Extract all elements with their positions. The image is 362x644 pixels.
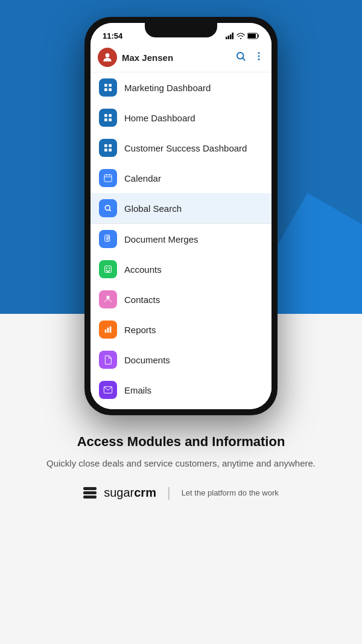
menu-item-accounts[interactable]: Accounts xyxy=(91,254,272,284)
svg-point-10 xyxy=(258,55,260,57)
svg-rect-37 xyxy=(109,267,110,269)
logo-tagline: Let the platform do the work xyxy=(182,488,279,497)
svg-rect-23 xyxy=(109,148,112,151)
search-icon xyxy=(99,199,117,217)
page-wrapper: 11:54 xyxy=(0,0,362,644)
svg-rect-44 xyxy=(110,327,112,333)
logo-row: sugarcrm | Let the platform do the work xyxy=(83,485,279,500)
document-icon xyxy=(99,230,117,248)
status-icons xyxy=(226,33,259,39)
logo-divider: | xyxy=(167,485,171,500)
status-time: 11:54 xyxy=(103,31,122,40)
menu-label-documents: Documents xyxy=(124,355,170,365)
more-icon[interactable] xyxy=(253,51,264,65)
svg-rect-24 xyxy=(104,175,112,182)
notch xyxy=(145,23,217,37)
mail-icon xyxy=(99,381,117,399)
menu-label-document-merges: Document Merges xyxy=(124,234,198,244)
svg-rect-12 xyxy=(104,84,107,87)
menu-item-reports[interactable]: Reports xyxy=(91,314,272,345)
menu-label-marketing-dashboard: Marketing Dashboard xyxy=(124,83,211,93)
menu-label-calendar: Calendar xyxy=(124,173,161,183)
menu-label-contacts: Contacts xyxy=(124,295,160,305)
svg-rect-15 xyxy=(109,88,112,91)
svg-rect-2 xyxy=(230,34,232,39)
menu-item-document-merges[interactable]: Document Merges xyxy=(91,223,272,254)
svg-rect-42 xyxy=(105,330,107,333)
user-name: Max Jensen xyxy=(122,53,235,63)
svg-rect-21 xyxy=(109,144,112,147)
sugarcrm-icon xyxy=(83,487,97,499)
svg-rect-38 xyxy=(106,270,107,271)
menu-item-documents[interactable]: Documents xyxy=(91,345,272,375)
svg-point-9 xyxy=(258,52,260,54)
chart-icon xyxy=(99,320,117,339)
svg-rect-17 xyxy=(109,114,112,117)
svg-rect-14 xyxy=(104,88,107,91)
svg-rect-43 xyxy=(107,328,109,333)
phone-screen: 11:54 xyxy=(91,23,272,409)
svg-rect-3 xyxy=(232,33,234,39)
grid-icon xyxy=(99,139,117,157)
wifi-icon xyxy=(237,33,245,39)
menu-item-contacts[interactable]: Contacts xyxy=(91,284,272,314)
grid-icon xyxy=(99,109,117,127)
svg-rect-40 xyxy=(107,271,109,273)
svg-rect-19 xyxy=(109,118,112,121)
svg-rect-5 xyxy=(248,34,256,38)
calendar-icon xyxy=(99,169,117,187)
menu-item-calendar[interactable]: Calendar xyxy=(91,163,272,193)
building-icon xyxy=(99,260,117,278)
svg-rect-13 xyxy=(109,84,112,87)
person-icon xyxy=(99,290,117,308)
svg-point-6 xyxy=(106,53,110,57)
svg-point-41 xyxy=(106,296,109,299)
svg-point-28 xyxy=(105,205,110,210)
battery-icon xyxy=(247,33,259,39)
svg-rect-0 xyxy=(226,37,227,39)
menu-label-emails: Emails xyxy=(124,385,151,395)
svg-rect-1 xyxy=(228,36,230,39)
avatar xyxy=(98,48,117,67)
bottom-section: Access Modules and Information Quickly c… xyxy=(22,415,340,512)
header-icons xyxy=(235,51,264,65)
app-header: Max Jensen xyxy=(91,43,272,72)
menu-item-emails[interactable]: Emails xyxy=(91,375,272,405)
menu-label-accounts: Accounts xyxy=(124,264,162,275)
svg-rect-36 xyxy=(106,267,107,269)
svg-rect-20 xyxy=(104,144,107,147)
svg-line-8 xyxy=(243,58,244,60)
grid-icon xyxy=(99,78,117,97)
search-icon[interactable] xyxy=(235,51,246,65)
headline: Access Modules and Information xyxy=(77,433,285,451)
menu-item-marketing-dashboard[interactable]: Marketing Dashboard xyxy=(91,72,272,103)
menu-label-customer-success-dashboard: Customer Success Dashboard xyxy=(124,143,247,153)
logo-text: sugarcrm xyxy=(104,486,156,500)
menu-list[interactable]: Marketing DashboardHome DashboardCustome… xyxy=(91,72,272,409)
phone-shell: 11:54 xyxy=(84,17,278,415)
svg-point-11 xyxy=(258,58,260,60)
menu-item-customer-success-dashboard[interactable]: Customer Success Dashboard xyxy=(91,133,272,163)
svg-rect-16 xyxy=(104,114,107,117)
svg-rect-39 xyxy=(109,270,110,271)
svg-rect-22 xyxy=(104,148,107,151)
doc-icon xyxy=(99,351,117,369)
menu-item-home-dashboard[interactable]: Home Dashboard xyxy=(91,103,272,133)
menu-item-global-search[interactable]: Global Search xyxy=(91,193,272,223)
menu-label-reports: Reports xyxy=(124,325,156,335)
menu-label-home-dashboard: Home Dashboard xyxy=(124,113,195,123)
signal-icon xyxy=(226,33,234,39)
subtext: Quickly close deals and service customer… xyxy=(46,457,316,471)
menu-item-calls[interactable]: Calls xyxy=(91,405,272,409)
menu-label-global-search: Global Search xyxy=(124,203,182,214)
svg-rect-18 xyxy=(104,118,107,121)
svg-line-29 xyxy=(109,209,110,211)
